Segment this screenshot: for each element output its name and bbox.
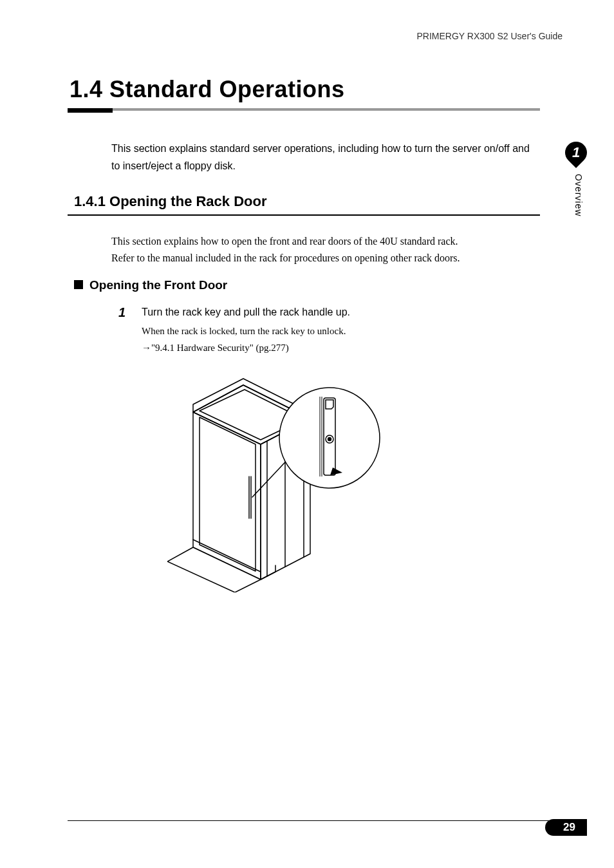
section-heading: 1.4.1 Opening the Rack Door xyxy=(74,193,267,210)
chapter-tab-number: 1 xyxy=(572,144,580,161)
step-instruction: Turn the rack key and pull the rack hand… xyxy=(142,307,350,318)
step-detail: When the rack is locked, turn the rack k… xyxy=(142,323,346,356)
section-body-line2: Refer to the manual included in the rack… xyxy=(111,252,460,263)
subsection-heading: Opening the Front Door xyxy=(74,278,227,292)
intro-paragraph: This section explains standard server op… xyxy=(111,140,539,175)
step-detail-line1: When the rack is locked, turn the rack k… xyxy=(142,326,346,336)
page-number: 29 xyxy=(545,819,587,836)
step-number: 1 xyxy=(118,305,126,320)
section-rule xyxy=(68,214,540,216)
footer-rule xyxy=(68,820,557,821)
heading-rule xyxy=(68,108,540,115)
svg-point-3 xyxy=(328,438,331,441)
doc-title-header: PRIMERGY RX300 S2 User's Guide xyxy=(416,31,563,41)
main-heading: 1.4 Standard Operations xyxy=(70,76,345,103)
chapter-tab: 1 xyxy=(565,142,587,164)
chapter-tab-label: Overview xyxy=(573,174,584,216)
step-detail-line2: →"9.4.1 Hardware Security" (pg.277) xyxy=(142,343,289,353)
section-body: This section explains how to open the fr… xyxy=(111,233,539,266)
section-body-line1: This section explains how to open the fr… xyxy=(111,236,458,247)
square-bullet-icon xyxy=(74,280,83,289)
rack-illustration xyxy=(167,361,386,595)
chapter-tab-bubble-icon: 1 xyxy=(561,137,591,168)
subsection-heading-text: Opening the Front Door xyxy=(89,278,227,292)
